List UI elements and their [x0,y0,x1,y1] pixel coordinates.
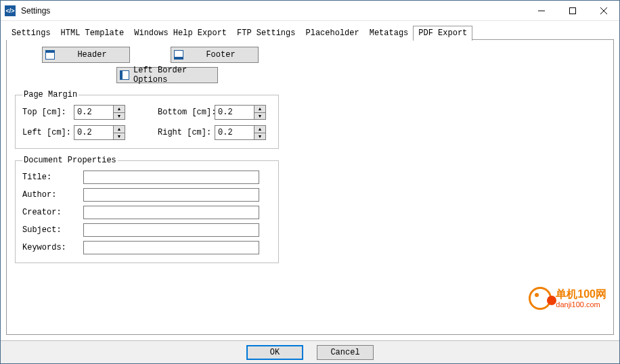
maximize-button[interactable] [557,1,588,20]
right-input[interactable] [215,125,254,140]
minimize-icon [538,7,545,14]
bottom-input[interactable] [215,105,254,120]
creator-input[interactable] [83,206,259,219]
left-border-icon [120,70,129,80]
watermark: 单机100网 danji100.com [529,287,606,310]
top-spin-buttons: ▲ ▼ [113,105,125,120]
keywords-input[interactable] [83,241,259,254]
right-label: Right [cm]: [158,128,215,137]
titlebar: </> Settings [1,1,619,21]
tab-placeholder[interactable]: Placeholder [300,26,364,40]
watermark-icon [529,287,552,310]
top-input[interactable] [74,105,113,120]
header-button[interactable]: Header [42,47,130,63]
top-spinner: ▲ ▼ [74,105,127,120]
bottom-spin-buttons: ▲ ▼ [254,105,266,120]
page-margin-group: Page Margin Top [cm]: ▲ ▼ Bottom [cm]: [15,90,279,149]
settings-window: </> Settings Settings HTML Template Wind… [0,0,620,364]
window-title: Settings [20,6,526,16]
maximize-icon [569,7,576,14]
header-footer-row: Header Footer [15,47,605,63]
tab-html-template[interactable]: HTML Template [56,26,130,40]
bottom-spinner: ▲ ▼ [215,105,267,120]
left-border-label: Left Border Options [133,66,217,85]
left-label: Left [cm]: [22,128,74,137]
document-properties-grid: Title: Author: Creator: Subject: Keyword… [22,170,271,254]
top-spin-down[interactable]: ▼ [114,113,125,120]
minimize-button[interactable] [526,1,557,20]
tab-ftp-settings[interactable]: FTP Settings [231,26,301,40]
title-label: Title: [22,173,83,182]
dialog-button-bar: OK Cancel [1,340,619,363]
right-spin-buttons: ▲ ▼ [254,125,266,140]
right-spin-down[interactable]: ▼ [254,133,265,140]
page-margin-grid: Top [cm]: ▲ ▼ Bottom [cm]: ▲ [22,105,271,140]
left-border-options-button[interactable]: Left Border Options [116,67,218,83]
window-controls [526,1,619,20]
left-border-row: Left Border Options [15,67,605,83]
header-icon [45,50,55,60]
document-properties-group: Document Properties Title: Author: Creat… [15,156,279,263]
title-input[interactable] [83,170,259,184]
left-spin-down[interactable]: ▼ [114,133,125,140]
footer-icon [174,50,183,60]
right-spinner: ▲ ▼ [215,125,267,140]
bottom-spin-down[interactable]: ▼ [254,113,265,120]
author-label: Author: [22,190,83,200]
page-margin-legend: Page Margin [22,90,79,99]
tab-metatags[interactable]: Metatags [364,26,414,40]
left-spinner: ▲ ▼ [74,125,127,140]
tab-pdf-export[interactable]: PDF Export [413,26,472,41]
document-properties-legend: Document Properties [22,156,118,165]
creator-label: Creator: [22,208,83,217]
tab-windows-help-export[interactable]: Windows Help Export [129,26,232,40]
watermark-line2: danji100.com [556,300,606,309]
close-button[interactable] [588,1,619,20]
footer-button[interactable]: Footer [171,47,259,63]
subject-label: Subject: [22,225,83,235]
app-icon: </> [5,5,16,16]
watermark-line1: 单机100网 [556,288,606,300]
tab-strip: Settings HTML Template Windows Help Expo… [6,25,614,40]
top-spin-up[interactable]: ▲ [114,106,125,113]
author-input[interactable] [83,188,259,202]
tab-settings[interactable]: Settings [6,26,56,40]
right-spin-up[interactable]: ▲ [254,126,265,133]
bottom-label: Bottom [cm]: [158,108,215,117]
watermark-text: 单机100网 danji100.com [556,288,606,309]
left-spin-buttons: ▲ ▼ [113,125,125,140]
cancel-button[interactable]: Cancel [317,345,374,360]
ok-button[interactable]: OK [246,345,303,360]
close-icon [600,7,607,14]
svg-rect-1 [570,7,576,14]
subject-input[interactable] [83,223,259,237]
tab-body: Header Footer Left Border Options Page M… [6,40,614,335]
bottom-spin-up[interactable]: ▲ [254,106,265,113]
content-area: Settings HTML Template Windows Help Expo… [1,21,619,340]
keywords-label: Keywords: [22,243,83,252]
top-label: Top [cm]: [22,108,74,117]
left-input[interactable] [74,125,113,140]
left-spin-up[interactable]: ▲ [114,126,125,133]
footer-button-label: Footer [187,50,258,60]
header-button-label: Header [59,50,129,60]
